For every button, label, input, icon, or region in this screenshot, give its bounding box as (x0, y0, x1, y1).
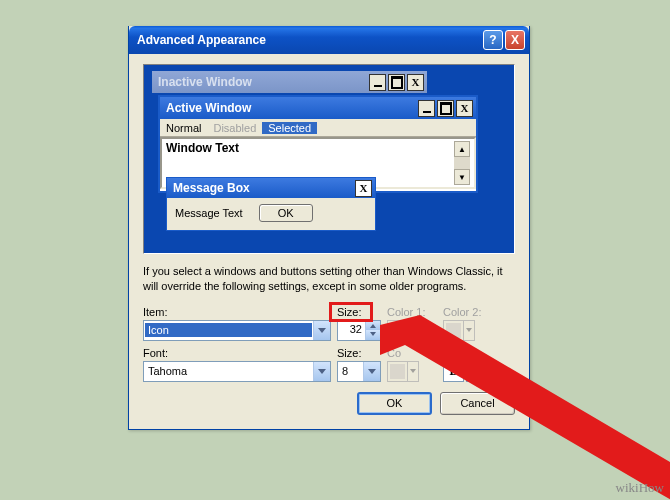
info-text: If you select a windows and buttons sett… (143, 264, 515, 294)
item-size-spinner[interactable]: 32 (337, 320, 381, 341)
message-ok-button: OK (259, 204, 313, 222)
menu-disabled: Disabled (207, 122, 262, 134)
chevron-down-icon[interactable] (313, 321, 330, 340)
inactive-titlebar: Inactive Window X (152, 71, 427, 93)
inactive-window-title: Inactive Window (158, 75, 367, 89)
inactive-window: Inactive Window X (152, 71, 427, 95)
scrollbar: ▲ ▼ (454, 141, 470, 185)
dialog-body: Inactive Window X Active Window X Normal… (129, 54, 529, 429)
item-size-value: 32 (338, 321, 365, 340)
help-button[interactable]: ? (483, 30, 503, 50)
font-size-value: 8 (338, 365, 363, 377)
advanced-appearance-dialog: Advanced Appearance ? X Inactive Window … (128, 26, 530, 430)
cancel-button[interactable]: Cancel (440, 392, 515, 415)
color1-button (387, 320, 419, 341)
size-label: Size: (337, 306, 381, 318)
chevron-down-icon (407, 362, 418, 381)
chevron-down-icon (407, 321, 418, 340)
close-icon: X (407, 74, 424, 91)
font-color-label: Co (387, 347, 437, 359)
button-row: OK Cancel (143, 392, 515, 415)
message-box-title: Message Box (173, 181, 353, 195)
chevron-down-icon[interactable] (363, 362, 380, 381)
active-window-title: Active Window (166, 101, 416, 115)
message-text: Message Text (175, 207, 243, 219)
dialog-title: Advanced Appearance (137, 33, 481, 47)
maximize-icon (388, 74, 405, 91)
scroll-down-icon: ▼ (454, 169, 470, 185)
color-swatch (446, 323, 461, 338)
font-label: Font: (143, 347, 331, 359)
font-combo[interactable]: Tahoma (143, 361, 331, 382)
color-swatch (390, 323, 405, 338)
spinner-down-icon[interactable] (365, 330, 380, 340)
color2-button (443, 320, 475, 341)
message-titlebar: Message Box X (167, 178, 375, 198)
minimize-icon (418, 100, 435, 117)
item-combo[interactable]: Icon (143, 320, 331, 341)
active-titlebar: Active Window X (160, 97, 476, 119)
item-value: Icon (145, 323, 312, 337)
message-box: Message Box X Message Text OK (166, 177, 376, 231)
minimize-icon (369, 74, 386, 91)
watermark: wikiHow (616, 480, 664, 496)
color1-label: Color 1: (387, 306, 437, 318)
menu-normal: Normal (160, 122, 207, 134)
message-body: Message Text OK (167, 198, 375, 230)
italic-button[interactable]: I (466, 361, 487, 382)
color-swatch (390, 364, 405, 379)
close-button[interactable]: X (505, 30, 525, 50)
chevron-down-icon[interactable] (313, 362, 330, 381)
ok-button[interactable]: OK (357, 392, 432, 415)
close-icon: X (355, 180, 372, 197)
maximize-icon (437, 100, 454, 117)
scroll-up-icon: ▲ (454, 141, 470, 157)
chevron-down-icon (463, 321, 474, 340)
preview-area: Inactive Window X Active Window X Normal… (143, 64, 515, 254)
close-icon: X (456, 100, 473, 117)
font-size-combo[interactable]: 8 (337, 361, 381, 382)
font-row: Font: Tahoma Size: 8 Co (143, 347, 515, 382)
menu-bar: Normal Disabled Selected (160, 119, 476, 137)
menu-selected: Selected (262, 122, 317, 134)
bold-button[interactable]: B (443, 361, 464, 382)
font-value: Tahoma (144, 365, 313, 377)
font-size-label: Size: (337, 347, 381, 359)
color2-label: Color 2: (443, 306, 493, 318)
font-color-button (387, 361, 419, 382)
titlebar[interactable]: Advanced Appearance ? X (129, 26, 529, 54)
item-row: Item: Icon Size: 32 Color 1: (143, 306, 515, 341)
spinner-up-icon[interactable] (365, 321, 380, 331)
item-label: Item: (143, 306, 331, 318)
